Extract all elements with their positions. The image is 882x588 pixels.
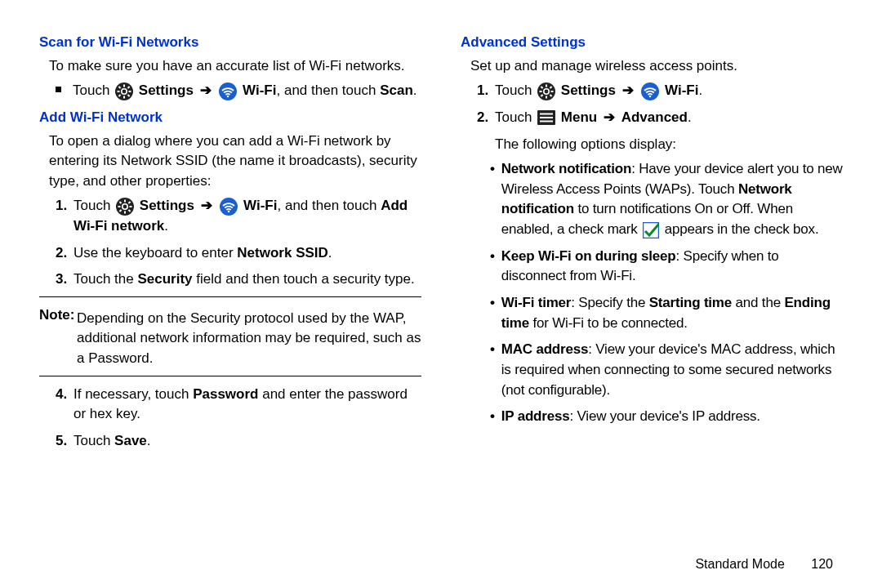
advanced-steps: 1. Touch Settings ➔ Wi-Fi. 2. Touch Menu…: [461, 81, 843, 127]
text: If necessary, touch: [74, 386, 193, 402]
page-number: 120: [811, 557, 833, 571]
text: .: [328, 245, 332, 261]
step-number: 5.: [56, 431, 74, 452]
step-number: 2.: [477, 108, 495, 128]
divider: [39, 296, 421, 297]
option-name: IP address: [501, 408, 570, 424]
text: Touch: [73, 82, 114, 98]
arrow-icon: ➔: [200, 82, 212, 98]
left-column: Scan for Wi-Fi Networks To make sure you…: [39, 33, 421, 523]
square-bullet-icon: [56, 87, 61, 92]
note-label: Note:: [39, 307, 74, 323]
step-number: 4.: [56, 385, 74, 405]
list-item: 1. Touch Settings ➔ Wi-Fi.: [477, 81, 843, 101]
right-column: Advanced Settings Set up and manage wire…: [461, 33, 843, 523]
step-number: 1.: [477, 81, 495, 101]
note-block: Note: Depending on the Security protocol…: [39, 305, 421, 369]
add-steps: 1. Touch Settings ➔ Wi-Fi, and then touc…: [39, 196, 421, 290]
text: : Specify the: [571, 295, 648, 310]
wifi-icon: [220, 198, 238, 216]
option-name: MAC address: [501, 341, 588, 357]
settings-label: Settings: [140, 198, 194, 213]
scan-label: Scan: [380, 82, 413, 98]
settings-label: Settings: [561, 82, 616, 98]
option-name: Keep Wi-Fi on during sleep: [501, 248, 676, 264]
list-item: 2. Touch Menu ➔ Advanced.: [477, 108, 843, 128]
step-number: 3.: [56, 270, 74, 290]
list-item: 3. Touch the Security field and then tou…: [56, 270, 421, 290]
wifi-label: Wi-Fi: [243, 82, 276, 98]
page-footer: Standard Mode 120: [695, 557, 833, 572]
text: .: [688, 109, 692, 125]
arrow-icon: ➔: [201, 198, 212, 213]
list-item: IP address: View your device's IP addres…: [501, 407, 843, 427]
add-intro: To open a dialog where you can add a Wi-…: [39, 131, 421, 192]
option-name: Network notification: [501, 161, 631, 176]
options-intro: The following options display:: [495, 135, 843, 155]
note-body: Depending on the Security protocol used …: [77, 309, 421, 369]
option-name: Wi-Fi timer: [501, 295, 571, 310]
wifi-label: Wi-Fi: [243, 198, 277, 213]
password-label: Password: [193, 386, 258, 402]
list-item: 4. If necessary, touch Password and ente…: [56, 385, 421, 425]
advanced-intro: Set up and manage wireless access points…: [461, 56, 843, 77]
list-item: 1. Touch Settings ➔ Wi-Fi, and then touc…: [56, 196, 421, 236]
ssid-label: Network SSID: [237, 245, 327, 261]
bold-text: Starting time: [649, 295, 732, 310]
text: Touch the: [74, 271, 137, 287]
arrow-icon: ➔: [622, 82, 634, 98]
wifi-label: Wi-Fi: [665, 82, 698, 98]
page-body: Scan for Wi-Fi Networks To make sure you…: [0, 0, 882, 523]
settings-label: Settings: [139, 82, 194, 98]
list-item: Network notification: Have your device a…: [501, 159, 843, 240]
security-label: Security: [137, 271, 192, 287]
menu-label: Menu: [561, 109, 597, 125]
text: Touch: [495, 82, 536, 98]
menu-icon: [537, 110, 555, 125]
list-item: 5. Touch Save.: [56, 431, 421, 452]
list-item: MAC address: View your device's MAC addr…: [501, 340, 843, 400]
footer-mode: Standard Mode: [695, 557, 784, 571]
gear-icon: [537, 82, 555, 100]
list-item: Wi-Fi timer: Specify the Starting time a…: [501, 293, 843, 333]
text: .: [147, 433, 151, 448]
step-number: 1.: [56, 196, 74, 216]
divider: [39, 376, 421, 376]
list-item: 2. Use the keyboard to enter Network SSI…: [56, 243, 421, 264]
text: Touch: [495, 109, 536, 125]
wifi-icon: [641, 82, 659, 100]
text: field and then touch a security type.: [193, 271, 415, 287]
text: .: [413, 82, 417, 98]
text: .: [164, 218, 168, 234]
text: : View your device's IP address.: [569, 408, 760, 424]
text: , and then touch: [276, 82, 380, 98]
scan-step: Touch Settings ➔ Wi-Fi, and then touch S…: [56, 81, 421, 101]
text: Touch: [74, 433, 114, 448]
text: .: [698, 82, 702, 98]
gear-icon: [115, 82, 133, 100]
advanced-label: Advanced: [621, 109, 688, 125]
checkbox-checked-icon: [643, 222, 659, 238]
heading-advanced: Advanced Settings: [461, 33, 843, 53]
options-list: Network notification: Have your device a…: [461, 159, 843, 427]
add-steps-cont: 4. If necessary, touch Password and ente…: [39, 385, 421, 452]
text: , and then touch: [277, 198, 381, 213]
text: Use the keyboard to enter: [74, 245, 237, 261]
text: and the: [732, 295, 784, 310]
heading-scan: Scan for Wi-Fi Networks: [39, 33, 421, 53]
text: for Wi-Fi to be connected.: [529, 315, 688, 331]
heading-add: Add Wi-Fi Network: [39, 108, 421, 128]
wifi-icon: [219, 82, 237, 100]
save-label: Save: [114, 433, 147, 448]
arrow-icon: ➔: [604, 109, 615, 125]
scan-intro: To make sure you have an accurate list o…: [39, 56, 421, 77]
gear-icon: [116, 198, 134, 216]
text: appears in the check box.: [665, 221, 819, 237]
list-item: Keep Wi-Fi on during sleep: Specify when…: [501, 247, 843, 287]
step-number: 2.: [56, 243, 74, 264]
text: Touch: [74, 198, 114, 213]
